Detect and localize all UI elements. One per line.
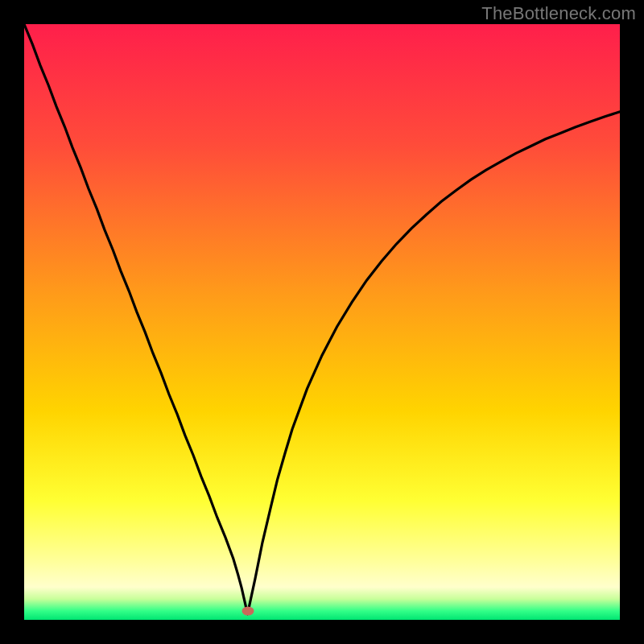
plot-area <box>24 24 620 620</box>
bottleneck-curve <box>24 24 620 620</box>
watermark-text: TheBottleneck.com <box>481 3 636 24</box>
curve-left-branch <box>24 24 248 614</box>
minimum-marker-dot <box>242 606 254 615</box>
outer-frame: TheBottleneck.com <box>0 0 644 644</box>
curve-right-branch <box>248 112 621 614</box>
